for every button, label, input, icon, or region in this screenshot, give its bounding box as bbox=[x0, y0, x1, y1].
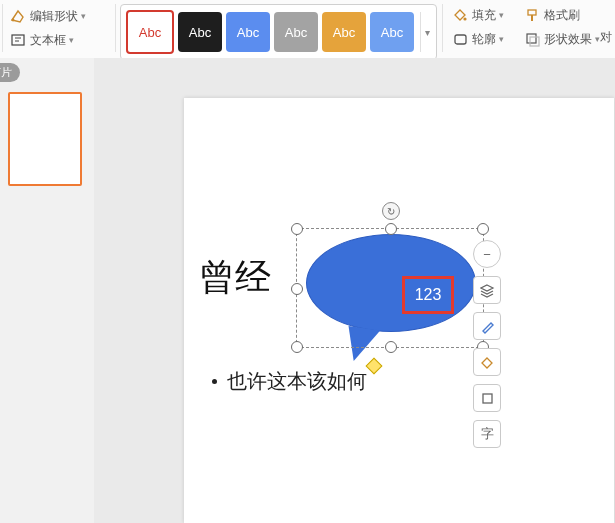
resize-handle-tl[interactable] bbox=[291, 223, 303, 235]
float-text-button[interactable]: 字 bbox=[473, 420, 501, 448]
shape-effects-icon bbox=[524, 31, 540, 47]
pen-icon bbox=[480, 319, 495, 334]
text-icon: 字 bbox=[481, 425, 494, 443]
slide-panel: 灯片 bbox=[0, 58, 95, 523]
text-box-button[interactable]: 文本框 ▾ bbox=[6, 28, 116, 52]
align-button[interactable]: 对 bbox=[600, 26, 612, 48]
shape-effects-label: 形状效果 bbox=[544, 31, 592, 48]
float-collapse-button[interactable]: − bbox=[473, 240, 501, 268]
rect-icon bbox=[480, 391, 495, 406]
style-swatch-black[interactable]: Abc bbox=[178, 12, 222, 52]
outline-icon bbox=[452, 31, 468, 47]
style-swatch-orange[interactable]: Abc bbox=[322, 12, 366, 52]
format-painter-button[interactable]: 格式刷 bbox=[520, 4, 584, 26]
panel-tab[interactable]: 灯片 bbox=[0, 63, 20, 82]
edit-shape-icon bbox=[10, 8, 26, 24]
edit-shape-button[interactable]: 编辑形状 ▾ bbox=[6, 4, 116, 28]
svg-rect-10 bbox=[483, 394, 492, 403]
resize-handle-l[interactable] bbox=[291, 283, 303, 295]
bullet-text: 也许这本该如何 bbox=[227, 368, 367, 395]
minus-icon: − bbox=[483, 247, 491, 262]
style-swatch-gray[interactable]: Abc bbox=[274, 12, 318, 52]
slide-canvas[interactable]: 曾经 123 ↻ bbox=[184, 98, 614, 523]
float-outline-button[interactable] bbox=[473, 384, 501, 412]
align-label: 对 bbox=[600, 29, 612, 46]
float-layers-button[interactable] bbox=[473, 276, 501, 304]
fill-icon bbox=[452, 7, 468, 23]
svg-rect-6 bbox=[531, 15, 533, 21]
svg-point-0 bbox=[12, 19, 15, 22]
svg-rect-1 bbox=[12, 35, 24, 45]
slide-title[interactable]: 曾经 bbox=[199, 253, 271, 302]
chevron-down-icon: ▾ bbox=[81, 11, 86, 21]
bullet-item[interactable]: 也许这本该如何 bbox=[212, 368, 367, 395]
style-swatch-lightblue[interactable]: Abc bbox=[370, 12, 414, 52]
ribbon-format-group: 填充 ▾ 格式刷 轮廓 ▾ bbox=[448, 4, 608, 50]
fill-button[interactable]: 填充 ▾ bbox=[448, 4, 508, 26]
chevron-down-icon: ▾ bbox=[499, 10, 504, 20]
ribbon: 编辑形状 ▾ 文本框 ▾ Abc Abc Abc Abc Abc Abc ▾ bbox=[0, 0, 615, 59]
shape-style-gallery: Abc Abc Abc Abc Abc Abc ▾ bbox=[120, 4, 437, 60]
style-swatch-blue[interactable]: Abc bbox=[226, 12, 270, 52]
bullet-dot-icon bbox=[212, 379, 217, 384]
svg-rect-8 bbox=[527, 34, 536, 43]
float-pen-button[interactable] bbox=[473, 312, 501, 340]
canvas-area[interactable]: 曾经 123 ↻ bbox=[94, 58, 615, 523]
resize-handle-b[interactable] bbox=[385, 341, 397, 353]
selection-border bbox=[296, 228, 484, 348]
slide-thumbnail-1[interactable] bbox=[8, 92, 82, 186]
style-gallery-more[interactable]: ▾ bbox=[420, 12, 433, 52]
style-swatch-outline[interactable]: Abc bbox=[126, 10, 174, 54]
format-painter-label: 格式刷 bbox=[544, 7, 580, 24]
layers-icon bbox=[480, 283, 495, 298]
float-fill-button[interactable] bbox=[473, 348, 501, 376]
text-box-icon bbox=[10, 32, 26, 48]
shape-effects-button[interactable]: 形状效果 ▾ bbox=[520, 28, 604, 50]
outline-button[interactable]: 轮廓 ▾ bbox=[448, 28, 508, 50]
format-painter-icon bbox=[524, 7, 540, 23]
ribbon-shape-group: 编辑形状 ▾ 文本框 ▾ bbox=[6, 4, 116, 52]
rotate-handle[interactable]: ↻ bbox=[382, 202, 400, 220]
text-box-label: 文本框 bbox=[30, 32, 66, 49]
resize-handle-tr[interactable] bbox=[477, 223, 489, 235]
resize-handle-bl[interactable] bbox=[291, 341, 303, 353]
svg-rect-7 bbox=[455, 35, 466, 44]
chevron-down-icon: ▾ bbox=[499, 34, 504, 44]
bucket-icon bbox=[480, 355, 495, 370]
selected-shape[interactable]: 123 ↻ bbox=[296, 228, 484, 348]
resize-handle-t[interactable] bbox=[385, 223, 397, 235]
fill-label: 填充 bbox=[472, 7, 496, 24]
edit-shape-label: 编辑形状 bbox=[30, 8, 78, 25]
outline-label: 轮廓 bbox=[472, 31, 496, 48]
chevron-down-icon: ▾ bbox=[69, 35, 74, 45]
floating-toolbar: − 字 bbox=[473, 240, 501, 448]
svg-rect-5 bbox=[528, 10, 536, 15]
svg-point-4 bbox=[463, 17, 466, 20]
svg-rect-9 bbox=[530, 37, 539, 46]
